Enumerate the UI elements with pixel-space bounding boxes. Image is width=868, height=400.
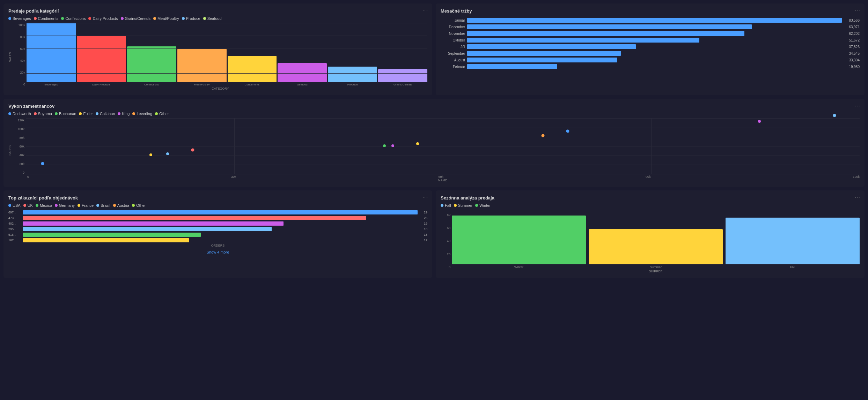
category-sales-title: Predaje podľa kategórií [8,8,427,14]
scatter-x-label: NAME [13,179,860,182]
employee-perf-menu[interactable]: ··· [855,103,860,109]
bar-beverages: Beverages [27,23,76,86]
seasonal-legend-winter: Winter [475,203,491,207]
monthly-row: Január 83,566 [441,18,860,23]
cust-legend-other: Other [132,203,146,207]
legend-item-grains/cereals: Grains/Cereals [121,16,150,21]
legend-item-condiments: Condiments [34,16,59,21]
legend-item-meat/poultry: Meat/Poultry [153,16,179,21]
employee-legend: DodsworthSuyamaBuchananFullerCallahanKin… [8,112,860,116]
seasonal-bar-summer: Summer [589,229,723,269]
seasonal-legend: FallSummerWinter [441,203,860,207]
monthly-row: December 63,971 [441,24,860,29]
bar-produce: Produce [328,67,377,86]
emp-legend-callahan: Callahan [96,112,115,116]
cust-legend-usa: USA [8,203,21,207]
category-x-label: CATEGORY [13,87,427,90]
top-customers-panel: Top zákazníci podľa objednávok ··· USAUK… [3,190,432,278]
bar-seafood: Seafood [278,63,327,86]
monthly-sales-panel: Mesačné tržby ··· Január 83,566 December… [436,3,865,95]
bar-condiments: Condiments [228,56,277,86]
scatter-dot [416,142,419,145]
scatter-dot [166,152,169,155]
top-customers-title: Top zákazníci podľa objednávok [8,195,427,201]
scatter-dot [758,120,761,123]
orders-x-label: ORDERS [8,244,427,247]
customer-bars: 697... 29 473... 25 402... 19 295... 18 … [8,210,427,242]
legend-item-seafood: Seafood [203,16,222,21]
seasonal-analysis-panel: Sezónna analýza predaja ··· FallSummerWi… [436,190,865,278]
scatter-dot [41,162,44,165]
scatter-dot [391,144,394,147]
customer-row: 167... 12 [8,238,427,242]
monthly-row: Júl 37,826 [441,44,860,49]
monthly-row: September 34,545 [441,51,860,56]
category-legend: BeveragesCondimentsConfectionsDairy Prod… [8,16,427,21]
scatter-dot [833,114,836,117]
monthly-sales-menu[interactable]: ··· [855,8,860,14]
scatter-dot [383,144,386,147]
show-more-button[interactable]: Show 4 more [8,250,427,254]
monthly-row: Február 19,980 [441,64,860,69]
emp-legend-fuller: Fuller [79,112,93,116]
emp-legend-dodsworth: Dodsworth [8,112,31,116]
emp-legend-leverling: Leverling [132,112,152,116]
dashboard: Predaje podľa kategórií ··· BeveragesCon… [3,3,865,278]
cust-legend-germany: Germany [55,203,75,207]
seasonal-bar-fall: Fall [726,218,860,269]
seasonal-x-label: SHIPPER [452,270,860,273]
monthly-row: Október 51,672 [441,38,860,43]
seasonal-legend-fall: Fall [441,203,451,207]
emp-legend-buchanan: Buchanan [55,112,76,116]
monthly-row: August 33,304 [441,58,860,62]
employee-performance-panel: Výkon zamestnancov ··· DodsworthSuyamaBu… [3,99,865,187]
cust-legend-brazil: Brazil [96,203,110,207]
legend-item-confections: Confections [61,16,86,21]
employee-perf-title: Výkon zamestnancov [8,104,860,109]
emp-legend-king: King [118,112,130,116]
bar-dairy products: Dairy Products [77,36,126,86]
customer-row: 295... 18 [8,227,427,231]
scatter-dot [191,149,194,152]
customer-row: 473... 25 [8,216,427,220]
monthly-bar-chart: Január 83,566 December 63,971 November 6… [441,16,860,72]
cust-legend-france: France [78,203,94,207]
emp-legend-suyama: Suyama [34,112,52,116]
bar-meat-poultry: Meat/Poultry [177,49,227,86]
seasonal-title: Sezónna analýza predaja [441,195,860,201]
legend-item-produce: Produce [182,16,200,21]
customers-legend: USAUKMexicoGermanyFranceBrazilAustriaOth… [8,203,427,207]
monthly-sales-title: Mesačné tržby [441,8,860,14]
bar-grains-cereals: Grains/Cereals [378,69,427,86]
seasonal-legend-summer: Summer [454,203,473,207]
scatter-dot [149,153,152,156]
cust-legend-uk: UK [23,203,33,207]
scatter-plot: 020k40k60k80k100k120k [26,119,860,174]
customer-row: 402... 19 [8,221,427,226]
scatter-dot [541,134,544,137]
emp-legend-other: Other [155,112,169,116]
monthly-row: November 62,202 [441,31,860,36]
seasonal-bar-winter: Winter [452,216,586,269]
sales-y-label: SALES [8,23,13,90]
seasonal-menu[interactable]: ··· [855,195,860,201]
legend-item-dairy products: Dairy Products [88,16,118,21]
cust-legend-austria: Austria [113,203,129,207]
customer-row: 516... 13 [8,233,427,237]
customer-row: 697... 29 [8,210,427,214]
cust-legend-mexico: Mexico [36,203,52,207]
legend-item-beverages: Beverages [8,16,31,21]
top-customers-menu[interactable]: ··· [422,195,428,201]
category-sales-menu[interactable]: ··· [422,8,428,14]
bar-confections: Confections [127,46,176,86]
category-sales-panel: Predaje podľa kategórií ··· BeveragesCon… [3,3,432,95]
scatter-dot [566,129,569,133]
